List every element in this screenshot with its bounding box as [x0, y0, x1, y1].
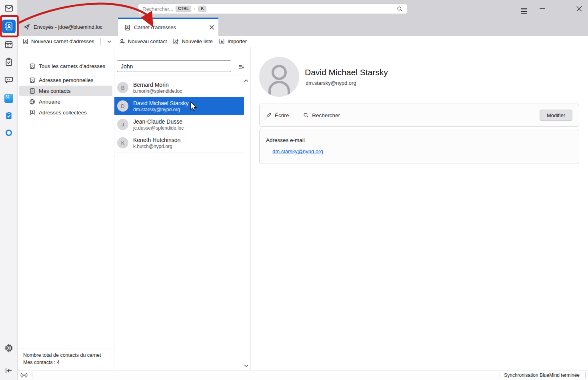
tab-sent-folder[interactable]: Envoyés - jdoe@bluemind.loc [18, 18, 118, 36]
spaces-toolbar: 31 [0, 0, 18, 380]
sidebar-item-directory[interactable]: Annuaire [19, 96, 112, 107]
search-contact-label: Rechercher [312, 112, 340, 118]
avatar: K [117, 137, 128, 148]
avatar: J [117, 119, 128, 130]
contact-detail-pane: David Michael Starsky dm.starsky@nypd.or… [251, 47, 588, 370]
statusbar-divider [32, 372, 32, 378]
email-address-link[interactable]: dm.starsky@nypd.org [272, 148, 323, 154]
globe-icon [29, 99, 35, 105]
global-search-bar[interactable]: Rechercher... CTRL + K [138, 4, 407, 14]
detail-contact-email: dm.starsky@nypd.org [306, 80, 356, 86]
new-list-label: Nouvelle liste [182, 38, 212, 44]
contact-email: k.hutch@nypd.org [133, 144, 180, 150]
sidebar-item-my-contacts[interactable]: Mes contacts [19, 86, 112, 96]
maximize-icon [559, 7, 563, 11]
settings-button[interactable] [2, 341, 16, 355]
import-button[interactable]: Importer [219, 38, 247, 44]
contact-photo-placeholder [259, 57, 299, 97]
edit-button[interactable]: Modifier [540, 110, 572, 121]
chat-icon [4, 76, 13, 84]
send-icon [24, 24, 30, 30]
title-bar: Rechercher... CTRL + K [18, 0, 588, 18]
tab-bar: Envoyés - jdoe@bluemind.loc Carnet d'adr… [18, 18, 588, 36]
address-book-icon [4, 22, 13, 31]
write-label: Écrire [275, 112, 289, 118]
broadcast-status-icon[interactable] [20, 372, 28, 378]
mail-icon [4, 4, 13, 13]
sidebar-item-label: Mes contacts [39, 88, 71, 94]
space-chat-button[interactable] [2, 73, 16, 87]
email-addresses-card: Adresses e-mail dm.starsky@nypd.org [259, 129, 579, 164]
minimize-button[interactable] [537, 0, 548, 18]
collapse-spaces-button[interactable] [2, 364, 16, 378]
new-contact-icon [119, 38, 125, 44]
tasks-icon [4, 58, 13, 66]
status-bar: Synchronisation BlueMind terminée [18, 370, 588, 380]
tab-address-book[interactable]: Carnet d'adresses [118, 18, 218, 36]
contact-rows: B Bernard Morin b.morin@splendide.loc D … [114, 76, 250, 152]
scroll-down-icon[interactable] [244, 364, 249, 368]
new-contact-button[interactable]: Nouveau contact [119, 38, 167, 44]
search-contact-button[interactable]: Rechercher [303, 112, 340, 118]
space-tasks-addon-button[interactable] [2, 109, 16, 122]
space-address-book-button[interactable] [2, 20, 16, 33]
sidebar-item-personal-addresses[interactable]: Adresses personnelles [19, 75, 112, 85]
contact-name: David Michael Starsky [133, 100, 189, 107]
maximize-button[interactable] [556, 0, 566, 18]
statusbar-divider [585, 372, 586, 378]
contact-email: dm.starsky@nypd.org [133, 107, 189, 113]
search-icon [303, 112, 309, 118]
contact-search-input[interactable] [117, 60, 231, 72]
contact-row-selected[interactable]: D David Michael Starsky dm.starsky@nypd.… [114, 97, 244, 115]
new-list-icon [173, 38, 179, 44]
space-sync-addon-button[interactable] [2, 126, 16, 140]
close-tab-icon[interactable] [209, 25, 214, 30]
collapse-arrow-icon [4, 366, 13, 375]
pencil-icon [266, 112, 272, 118]
address-books-sidebar: Tous les carnets d'adresses Adresses per… [18, 47, 114, 370]
contact-row[interactable]: K Keneth Hutchinson k.hutch@nypd.org [114, 134, 244, 152]
sidebar-item-collected-addresses[interactable]: Adresses collectées [19, 107, 112, 118]
close-window-button[interactable] [574, 0, 584, 18]
sidebar-item-label: Adresses collectées [39, 110, 87, 116]
minimize-icon [540, 8, 545, 9]
scroll-up-icon[interactable] [244, 79, 249, 83]
contact-actions-card: Écrire Rechercher Modifier [259, 104, 579, 127]
address-book-icon [29, 77, 35, 83]
gear-icon [4, 344, 13, 352]
ctrl-key-badge: CTRL [176, 6, 191, 12]
new-address-book-button[interactable]: Nouveau carnet d'adresses [22, 38, 94, 44]
new-contact-label: Nouveau contact [128, 38, 167, 44]
k-key-badge: K [198, 6, 206, 12]
write-button[interactable]: Écrire [266, 112, 289, 118]
contact-row[interactable]: J Jean-Claude Dusse jc.dusse@splendide.l… [114, 115, 244, 134]
new-address-book-label: Nouveau carnet d'adresses [31, 38, 94, 44]
import-label: Importer [228, 38, 247, 44]
address-book-toolbar: Nouveau carnet d'adresses Nouveau contac… [18, 36, 588, 47]
space-calendar31-addon-button[interactable]: 31 [2, 92, 16, 105]
sidebar-item-all-books[interactable]: Tous les carnets d'adresses [19, 61, 112, 71]
address-book-icon [29, 63, 35, 69]
email-section-title: Adresses e-mail [266, 137, 572, 143]
app-menu-button[interactable] [519, 0, 529, 18]
address-book-icon [29, 110, 35, 116]
calendar-icon [4, 40, 13, 49]
chevron-down-icon[interactable] [107, 39, 112, 44]
space-tasks-button[interactable] [2, 55, 16, 69]
contact-email: jc.dusse@splendide.loc [133, 125, 184, 131]
hamburger-icon [521, 8, 527, 9]
contact-name: Jean-Claude Dusse [133, 118, 184, 125]
display-options-icon[interactable] [238, 64, 244, 70]
sidebar-item-label: Annuaire [39, 99, 60, 105]
import-icon [219, 38, 225, 44]
toolbar-divider [100, 38, 101, 45]
edit-label: Modifier [547, 112, 565, 118]
new-list-button[interactable]: Nouvelle liste [173, 38, 212, 44]
space-calendar-button[interactable] [2, 38, 16, 51]
contact-list-pane: B Bernard Morin b.morin@splendide.loc D … [114, 47, 251, 370]
sync-ring-icon [5, 129, 13, 137]
space-mail-button[interactable] [2, 2, 16, 15]
list-end-divider [114, 152, 244, 152]
contact-row[interactable]: B Bernard Morin b.morin@splendide.loc [114, 78, 244, 97]
statusbar-divider [500, 372, 500, 378]
